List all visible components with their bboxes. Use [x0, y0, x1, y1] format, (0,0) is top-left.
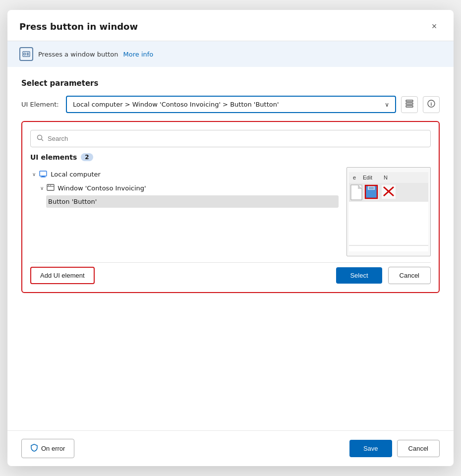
button-label: Button 'Button' [48, 198, 97, 205]
svg-rect-7 [406, 106, 413, 107]
svg-rect-20 [349, 172, 428, 183]
more-info-link[interactable]: More info [123, 51, 154, 58]
svg-text:N: N [384, 175, 388, 180]
layers-icon [405, 99, 414, 110]
ui-element-label: UI Element: [21, 101, 61, 108]
window-contoso-label: Window 'Contoso Invoicing' [58, 184, 146, 192]
local-computer-label: Local computer [51, 171, 101, 178]
select-button[interactable]: Select [336, 267, 382, 284]
window-icon [47, 183, 55, 193]
chevron-icon: ∨ [32, 172, 36, 177]
computer-icon [39, 170, 48, 178]
preview-area: e Edit N [346, 167, 431, 256]
svg-rect-36 [349, 202, 428, 251]
svg-text:e: e [353, 175, 356, 180]
tree-item-window-contoso[interactable]: ∨ Window 'Contoso Invoicing' [38, 181, 339, 195]
svg-rect-6 [406, 103, 413, 104]
shield-icon [31, 444, 38, 453]
svg-text:i: i [431, 101, 432, 107]
info-bar: Presses a window button More info [7, 41, 454, 67]
search-icon [37, 134, 44, 143]
svg-line-11 [42, 139, 44, 141]
info-circle-icon: i [427, 100, 435, 110]
ui-element-value: Local computer > Window 'Contoso Invoici… [73, 101, 385, 108]
svg-marker-34 [351, 185, 362, 200]
on-error-label: On error [41, 445, 65, 452]
save-button[interactable]: Save [349, 440, 392, 457]
search-box [30, 130, 431, 147]
ui-element-select[interactable]: Local computer > Window 'Contoso Invoici… [66, 96, 396, 113]
svg-rect-12 [40, 171, 47, 176]
ui-elements-header: UI elements 2 [30, 153, 431, 161]
ui-elements-label: UI elements [30, 153, 77, 161]
dialog-header: Press button in window × [7, 10, 454, 41]
dropdown-buttons: Add UI element Select Cancel [30, 262, 431, 284]
on-error-button[interactable]: On error [21, 439, 74, 458]
dialog-title: Press button in window [19, 21, 138, 32]
layers-button[interactable] [401, 96, 418, 113]
press-button-dialog: Press button in window × Presses a windo… [7, 10, 454, 466]
dialog-footer: On error Save Cancel [7, 430, 454, 466]
chevron-down-icon: ∨ [385, 101, 389, 108]
ui-element-row: UI Element: Local computer > Window 'Con… [21, 96, 440, 113]
preview-image: e Edit N [349, 172, 428, 251]
search-input[interactable] [48, 135, 424, 142]
section-title: Select parameters [21, 79, 440, 88]
dialog-body: Select parameters UI Element: Local comp… [7, 67, 454, 430]
tree-section: ∨ Local computer ∨ [30, 167, 339, 256]
cancel-footer-button[interactable]: Cancel [397, 440, 440, 457]
chevron-icon-window: ∨ [40, 185, 44, 191]
footer-right: Save Cancel [349, 440, 440, 457]
svg-text:Edit: Edit [363, 175, 372, 180]
info-text: Presses a window button [38, 51, 118, 58]
add-ui-element-button[interactable]: Add UI element [30, 267, 95, 284]
svg-rect-5 [406, 100, 413, 102]
press-button-icon [19, 47, 33, 61]
cancel-dropdown-button[interactable]: Cancel [388, 267, 431, 284]
info-button[interactable]: i [423, 96, 440, 113]
tree-item-local-computer[interactable]: ∨ Local computer [30, 167, 339, 181]
close-button[interactable]: × [427, 19, 442, 34]
svg-rect-28 [369, 187, 374, 189]
tree-item-button-button[interactable]: Button 'Button' [46, 195, 339, 208]
svg-point-1 [24, 53, 26, 55]
ui-elements-badge: 2 [81, 153, 93, 161]
svg-point-10 [38, 135, 42, 140]
dropdown-panel: UI elements 2 ∨ [21, 121, 440, 293]
tree-and-preview: ∨ Local computer ∨ [30, 167, 431, 256]
